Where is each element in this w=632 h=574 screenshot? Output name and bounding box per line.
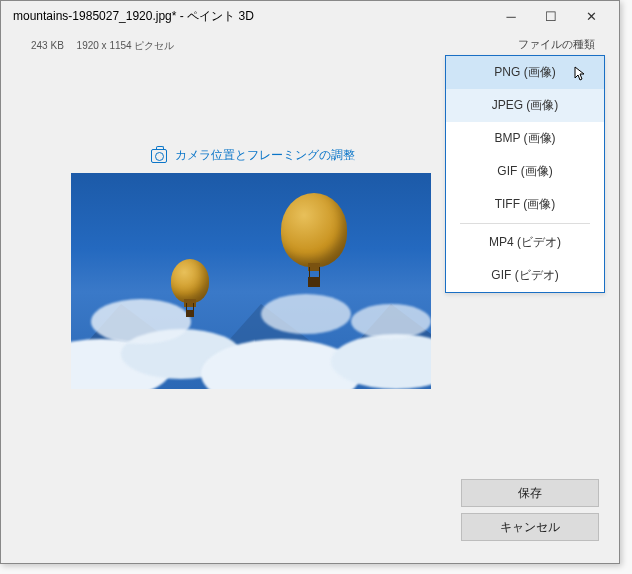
menu-separator [460, 223, 590, 224]
maximize-button[interactable]: ☐ [531, 2, 571, 30]
file-size: 243 KB [31, 40, 64, 51]
save-dialog: mountains-1985027_1920.jpg* - ペイント 3D ─ … [0, 0, 620, 564]
balloon-large [281, 193, 347, 267]
save-button[interactable]: 保存 [461, 479, 599, 507]
filetype-option-gifvideo[interactable]: GIF (ビデオ) [446, 259, 604, 292]
filetype-label: ファイルの種類 [518, 37, 595, 52]
adjust-framing-label: カメラ位置とフレーミングの調整 [175, 147, 355, 164]
image-preview [71, 173, 431, 389]
filetype-option-tiff[interactable]: TIFF (画像) [446, 188, 604, 221]
file-dimensions: 1920 x 1154 ピクセル [77, 40, 175, 51]
balloon-small [171, 259, 209, 303]
cancel-button[interactable]: キャンセル [461, 513, 599, 541]
file-meta: 243 KB 1920 x 1154 ピクセル [31, 39, 174, 53]
filetype-option-mp4[interactable]: MP4 (ビデオ) [446, 226, 604, 259]
close-button[interactable]: ✕ [571, 2, 611, 30]
window-title: mountains-1985027_1920.jpg* - ペイント 3D [9, 8, 491, 25]
filetype-menu: PNG (画像) JPEG (画像) BMP (画像) GIF (画像) TIF… [445, 55, 605, 293]
adjust-framing-link[interactable]: カメラ位置とフレーミングの調整 [151, 147, 355, 164]
camera-icon [151, 149, 167, 163]
filetype-option-png[interactable]: PNG (画像) [446, 56, 604, 89]
filetype-option-gif[interactable]: GIF (画像) [446, 155, 604, 188]
filetype-option-bmp[interactable]: BMP (画像) [446, 122, 604, 155]
filetype-option-jpeg[interactable]: JPEG (画像) [446, 89, 604, 122]
minimize-button[interactable]: ─ [491, 2, 531, 30]
titlebar: mountains-1985027_1920.jpg* - ペイント 3D ─ … [1, 1, 619, 31]
